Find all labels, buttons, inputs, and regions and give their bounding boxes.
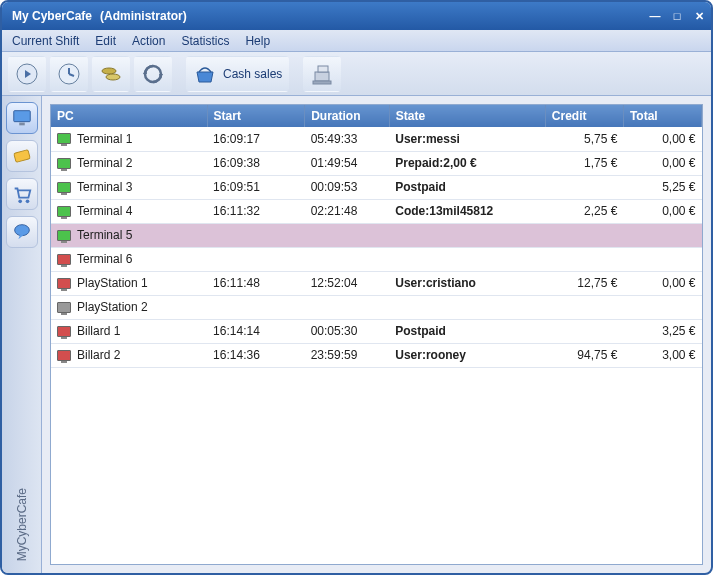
terminal-name: Billard 1: [77, 324, 120, 338]
play-clock-icon: [15, 62, 39, 86]
start-cell: [207, 295, 305, 319]
terminal-name: PlayStation 1: [77, 276, 148, 290]
terminal-status-icon: [57, 302, 71, 313]
start-cell: 16:11:48: [207, 271, 305, 295]
refresh-button[interactable]: [134, 56, 172, 92]
pc-cell: PlayStation 2: [51, 295, 207, 319]
time-button[interactable]: [50, 56, 88, 92]
sidebar-tab-chat[interactable]: [6, 216, 38, 248]
sidebar: MyCyberCafe: [2, 96, 42, 573]
credit-cell: 5,75 €: [545, 127, 623, 151]
menu-help[interactable]: Help: [245, 34, 270, 48]
cash-register-icon: [310, 62, 334, 86]
start-cell: 16:09:38: [207, 151, 305, 175]
credit-cell: [545, 319, 623, 343]
maximize-button[interactable]: □: [671, 10, 683, 22]
total-cell: [623, 295, 701, 319]
total-cell: 3,00 €: [623, 343, 701, 367]
minimize-button[interactable]: —: [649, 10, 661, 22]
app-title: My CyberCafe: [12, 9, 92, 23]
ticket-icon: [11, 145, 33, 167]
start-session-button[interactable]: [8, 56, 46, 92]
total-cell: [623, 223, 701, 247]
table-row[interactable]: Billard 216:14:3623:59:59User:rooney94,7…: [51, 343, 702, 367]
menu-statistics[interactable]: Statistics: [181, 34, 229, 48]
start-cell: 16:11:32: [207, 199, 305, 223]
state-cell: [389, 295, 545, 319]
menu-edit[interactable]: Edit: [95, 34, 116, 48]
total-cell: 3,25 €: [623, 319, 701, 343]
state-cell: User:messi: [389, 127, 545, 151]
sidebar-tab-sales[interactable]: [6, 178, 38, 210]
terminals-table-wrap[interactable]: PC Start Duration State Credit Total Ter…: [50, 104, 703, 565]
cash-register-button[interactable]: [303, 56, 341, 92]
duration-cell: 12:52:04: [305, 271, 390, 295]
table-row[interactable]: Terminal 416:11:3202:21:48Code:13mil4581…: [51, 199, 702, 223]
terminal-status-icon: [57, 278, 71, 289]
duration-cell: 23:59:59: [305, 343, 390, 367]
credit-cell: 2,25 €: [545, 199, 623, 223]
refresh-icon: [141, 62, 165, 86]
col-header-pc[interactable]: PC: [51, 105, 207, 127]
total-cell: [623, 247, 701, 271]
credit-cell: [545, 223, 623, 247]
total-cell: 0,00 €: [623, 151, 701, 175]
basket-icon: [193, 62, 217, 86]
menu-current-shift[interactable]: Current Shift: [12, 34, 79, 48]
coins-icon: [99, 62, 123, 86]
money-button[interactable]: [92, 56, 130, 92]
titlebar[interactable]: My CyberCafe (Administrator) — □ ✕: [2, 2, 711, 30]
app-window: My CyberCafe (Administrator) — □ ✕ Curre…: [0, 0, 713, 575]
sidebar-tab-tickets[interactable]: [6, 140, 38, 172]
pc-cell: Terminal 3: [51, 175, 207, 199]
table-row[interactable]: Billard 116:14:1400:05:30Postpaid3,25 €: [51, 319, 702, 343]
svg-point-16: [25, 200, 29, 204]
state-cell: [389, 247, 545, 271]
cart-icon: [11, 183, 33, 205]
cash-sales-label: Cash sales: [223, 67, 282, 81]
svg-point-15: [18, 200, 22, 204]
terminal-status-icon: [57, 254, 71, 265]
start-cell: 16:09:17: [207, 127, 305, 151]
cash-sales-button[interactable]: Cash sales: [186, 56, 289, 92]
svg-point-5: [102, 68, 116, 74]
pc-cell: Terminal 2: [51, 151, 207, 175]
svg-rect-13: [19, 123, 25, 126]
pc-cell: Billard 2: [51, 343, 207, 367]
menu-action[interactable]: Action: [132, 34, 165, 48]
col-header-state[interactable]: State: [389, 105, 545, 127]
col-header-start[interactable]: Start: [207, 105, 305, 127]
terminals-table: PC Start Duration State Credit Total Ter…: [51, 105, 702, 368]
pc-cell: Terminal 4: [51, 199, 207, 223]
col-header-total[interactable]: Total: [623, 105, 701, 127]
terminal-name: Terminal 3: [77, 180, 132, 194]
duration-cell: 05:49:33: [305, 127, 390, 151]
total-cell: 0,00 €: [623, 271, 701, 295]
terminal-status-icon: [57, 206, 71, 217]
duration-cell: 01:49:54: [305, 151, 390, 175]
col-header-credit[interactable]: Credit: [545, 105, 623, 127]
table-row[interactable]: Terminal 116:09:1705:49:33User:messi5,75…: [51, 127, 702, 151]
table-row[interactable]: Terminal 5: [51, 223, 702, 247]
state-cell: Postpaid: [389, 175, 545, 199]
terminal-status-icon: [57, 326, 71, 337]
terminal-status-icon: [57, 230, 71, 241]
table-row[interactable]: PlayStation 116:11:4812:52:04User:cristi…: [51, 271, 702, 295]
sidebar-tab-terminals[interactable]: [6, 102, 38, 134]
monitor-icon: [11, 107, 33, 129]
table-row[interactable]: Terminal 6: [51, 247, 702, 271]
pc-cell: Terminal 1: [51, 127, 207, 151]
col-header-duration[interactable]: Duration: [305, 105, 390, 127]
state-cell: Prepaid:2,00 €: [389, 151, 545, 175]
table-row[interactable]: PlayStation 2: [51, 295, 702, 319]
duration-cell: 00:09:53: [305, 175, 390, 199]
close-button[interactable]: ✕: [693, 10, 705, 22]
pc-cell: PlayStation 1: [51, 271, 207, 295]
start-cell: 16:14:14: [207, 319, 305, 343]
start-cell: 16:14:36: [207, 343, 305, 367]
svg-point-17: [14, 225, 29, 236]
table-row[interactable]: Terminal 216:09:3801:49:54Prepaid:2,00 €…: [51, 151, 702, 175]
credit-cell: 12,75 €: [545, 271, 623, 295]
table-row[interactable]: Terminal 316:09:5100:09:53Postpaid5,25 €: [51, 175, 702, 199]
pc-cell: Terminal 6: [51, 247, 207, 271]
